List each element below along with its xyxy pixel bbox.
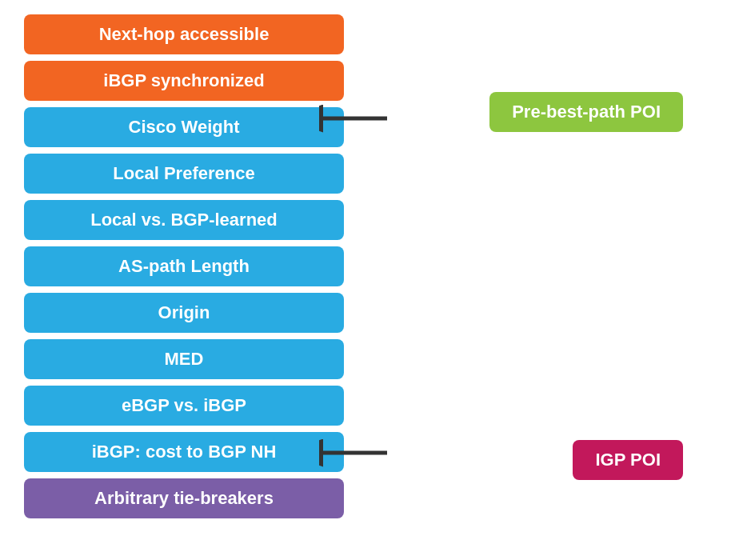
med-label: MED bbox=[165, 349, 204, 369]
poi-green-text: Pre-best-path POI bbox=[512, 102, 661, 122]
pink-arrow bbox=[319, 438, 391, 467]
cisco-weight-label: Cisco Weight bbox=[129, 117, 240, 137]
next-hop-label: Next-hop accessible bbox=[99, 24, 270, 44]
ebgp-vs-ibgp-item: eBGP vs. iBGP bbox=[24, 386, 344, 426]
left-column: Next-hop accessible iBGP synchronized Ci… bbox=[24, 14, 344, 518]
main-container: Next-hop accessible iBGP synchronized Ci… bbox=[0, 0, 747, 560]
tie-breakers-item: Arbitrary tie-breakers bbox=[24, 478, 344, 518]
pre-best-path-poi-label: Pre-best-path POI bbox=[489, 92, 683, 132]
ibgp-sync-label: iBGP synchronized bbox=[103, 70, 264, 90]
as-path-label: AS-path Length bbox=[118, 256, 250, 276]
ibgp-cost-label: iBGP: cost to BGP NH bbox=[92, 442, 277, 462]
ibgp-sync-item: iBGP synchronized bbox=[24, 61, 344, 101]
local-vs-bgp-item: Local vs. BGP-learned bbox=[24, 200, 344, 240]
next-hop-item: Next-hop accessible bbox=[24, 14, 344, 54]
origin-label: Origin bbox=[158, 302, 210, 322]
local-vs-bgp-label: Local vs. BGP-learned bbox=[90, 210, 278, 230]
igp-poi-label: IGP POI bbox=[573, 440, 683, 480]
tie-breakers-label: Arbitrary tie-breakers bbox=[94, 488, 274, 508]
cisco-weight-item: Cisco Weight bbox=[24, 107, 344, 147]
ebgp-vs-ibgp-label: eBGP vs. iBGP bbox=[122, 395, 246, 415]
green-arrow bbox=[319, 104, 391, 133]
med-item: MED bbox=[24, 339, 344, 379]
as-path-item: AS-path Length bbox=[24, 246, 344, 286]
local-pref-item: Local Preference bbox=[24, 154, 344, 194]
origin-item: Origin bbox=[24, 293, 344, 333]
poi-pink-text: IGP POI bbox=[595, 450, 661, 470]
ibgp-cost-item: iBGP: cost to BGP NH bbox=[24, 432, 344, 472]
local-pref-label: Local Preference bbox=[113, 163, 254, 183]
